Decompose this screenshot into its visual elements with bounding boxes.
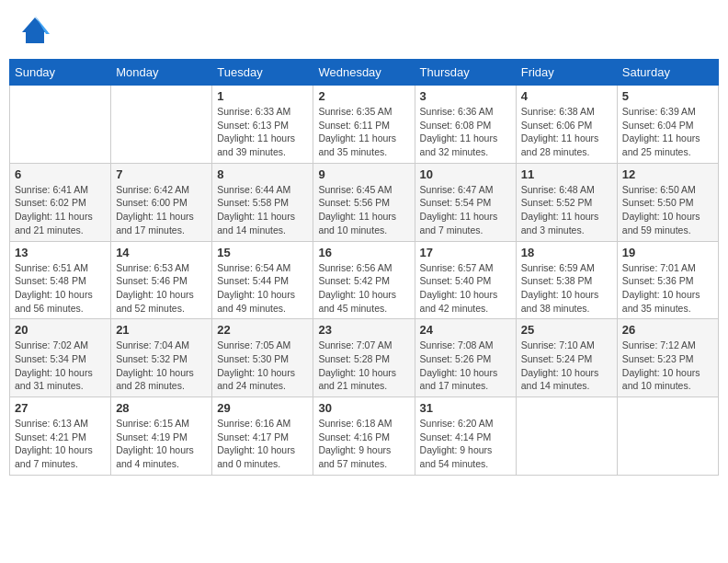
calendar-week-row: 13Sunrise: 6:51 AMSunset: 5:48 PMDayligh… (10, 241, 719, 319)
calendar-week-row: 20Sunrise: 7:02 AMSunset: 5:34 PMDayligh… (10, 319, 719, 397)
day-info: Sunrise: 6:15 AMSunset: 4:19 PMDaylight:… (116, 417, 207, 471)
calendar-cell: 21Sunrise: 7:04 AMSunset: 5:32 PMDayligh… (111, 319, 212, 397)
day-number: 17 (420, 246, 511, 259)
calendar-cell: 2Sunrise: 6:35 AMSunset: 6:11 PMDaylight… (313, 86, 415, 164)
day-number: 2 (318, 89, 409, 103)
day-number: 23 (318, 323, 409, 337)
day-info: Sunrise: 6:51 AMSunset: 5:48 PMDaylight:… (15, 261, 106, 316)
calendar-cell: 3Sunrise: 6:36 AMSunset: 6:08 PMDaylight… (415, 86, 516, 164)
calendar-cell: 18Sunrise: 6:59 AMSunset: 5:38 PMDayligh… (516, 241, 617, 319)
day-info: Sunrise: 6:54 AMSunset: 5:44 PMDaylight:… (217, 261, 308, 316)
day-info: Sunrise: 6:36 AMSunset: 6:08 PMDaylight:… (420, 105, 511, 159)
calendar-cell (10, 86, 111, 164)
day-number: 13 (15, 246, 106, 259)
day-number: 6 (15, 167, 106, 181)
day-number: 15 (217, 246, 308, 259)
day-info: Sunrise: 6:53 AMSunset: 5:46 PMDaylight:… (116, 261, 207, 316)
day-info: Sunrise: 6:42 AMSunset: 6:00 PMDaylight:… (116, 183, 207, 237)
day-of-week-header: Wednesday (313, 60, 415, 86)
logo (18, 14, 53, 47)
day-info: Sunrise: 7:08 AMSunset: 5:26 PMDaylight:… (420, 339, 511, 393)
day-info: Sunrise: 6:50 AMSunset: 5:50 PMDaylight:… (622, 183, 713, 237)
calendar-cell: 28Sunrise: 6:15 AMSunset: 4:19 PMDayligh… (111, 397, 212, 476)
calendar-cell: 5Sunrise: 6:39 AMSunset: 6:04 PMDaylight… (617, 86, 718, 164)
calendar-cell: 1Sunrise: 6:33 AMSunset: 6:13 PMDaylight… (212, 86, 313, 164)
day-of-week-header: Sunday (10, 60, 111, 86)
day-number: 25 (521, 323, 612, 337)
day-info: Sunrise: 6:38 AMSunset: 6:06 PMDaylight:… (521, 105, 612, 159)
calendar-cell: 27Sunrise: 6:13 AMSunset: 4:21 PMDayligh… (10, 397, 111, 476)
day-of-week-header: Saturday (617, 60, 718, 86)
calendar-cell: 13Sunrise: 6:51 AMSunset: 5:48 PMDayligh… (10, 241, 111, 319)
calendar-header-row: SundayMondayTuesdayWednesdayThursdayFrid… (10, 60, 719, 86)
day-info: Sunrise: 6:16 AMSunset: 4:17 PMDaylight:… (217, 417, 308, 471)
day-number: 4 (521, 89, 612, 103)
day-number: 5 (622, 89, 713, 103)
day-of-week-header: Monday (111, 60, 212, 86)
calendar-cell (617, 397, 718, 476)
logo-icon (18, 14, 51, 47)
day-number: 28 (116, 401, 207, 415)
day-number: 7 (116, 167, 207, 181)
day-info: Sunrise: 6:20 AMSunset: 4:14 PMDaylight:… (420, 417, 511, 471)
day-number: 19 (622, 246, 713, 259)
day-info: Sunrise: 6:33 AMSunset: 6:13 PMDaylight:… (217, 105, 308, 159)
day-info: Sunrise: 6:48 AMSunset: 5:52 PMDaylight:… (521, 183, 612, 237)
day-info: Sunrise: 6:13 AMSunset: 4:21 PMDaylight:… (15, 417, 106, 471)
page-header (9, 9, 719, 52)
day-number: 18 (521, 246, 612, 259)
calendar-cell: 9Sunrise: 6:45 AMSunset: 5:56 PMDaylight… (313, 163, 415, 241)
day-info: Sunrise: 6:35 AMSunset: 6:11 PMDaylight:… (318, 105, 409, 159)
day-number: 9 (318, 167, 409, 181)
calendar-cell: 10Sunrise: 6:47 AMSunset: 5:54 PMDayligh… (415, 163, 516, 241)
calendar-cell: 14Sunrise: 6:53 AMSunset: 5:46 PMDayligh… (111, 241, 212, 319)
day-info: Sunrise: 6:56 AMSunset: 5:42 PMDaylight:… (318, 261, 409, 316)
day-number: 27 (15, 401, 106, 415)
calendar-cell: 31Sunrise: 6:20 AMSunset: 4:14 PMDayligh… (415, 397, 516, 476)
day-of-week-header: Thursday (415, 60, 516, 86)
day-number: 22 (217, 323, 308, 337)
day-number: 16 (318, 246, 409, 259)
day-info: Sunrise: 7:02 AMSunset: 5:34 PMDaylight:… (15, 339, 106, 393)
day-info: Sunrise: 6:45 AMSunset: 5:56 PMDaylight:… (318, 183, 409, 237)
calendar-cell: 16Sunrise: 6:56 AMSunset: 5:42 PMDayligh… (313, 241, 415, 319)
day-info: Sunrise: 7:10 AMSunset: 5:24 PMDaylight:… (521, 339, 612, 393)
day-info: Sunrise: 6:18 AMSunset: 4:16 PMDaylight:… (318, 417, 409, 471)
calendar-week-row: 6Sunrise: 6:41 AMSunset: 6:02 PMDaylight… (10, 163, 719, 241)
day-info: Sunrise: 7:07 AMSunset: 5:28 PMDaylight:… (318, 339, 409, 393)
day-number: 21 (116, 323, 207, 337)
day-info: Sunrise: 6:47 AMSunset: 5:54 PMDaylight:… (420, 183, 511, 237)
day-number: 1 (217, 89, 308, 103)
calendar-cell: 6Sunrise: 6:41 AMSunset: 6:02 PMDaylight… (10, 163, 111, 241)
calendar-cell: 12Sunrise: 6:50 AMSunset: 5:50 PMDayligh… (617, 163, 718, 241)
calendar-cell: 30Sunrise: 6:18 AMSunset: 4:16 PMDayligh… (313, 397, 415, 476)
day-info: Sunrise: 6:39 AMSunset: 6:04 PMDaylight:… (622, 105, 713, 159)
calendar-cell: 25Sunrise: 7:10 AMSunset: 5:24 PMDayligh… (516, 319, 617, 397)
calendar-cell: 7Sunrise: 6:42 AMSunset: 6:00 PMDaylight… (111, 163, 212, 241)
day-number: 3 (420, 89, 511, 103)
calendar-table: SundayMondayTuesdayWednesdayThursdayFrid… (9, 59, 719, 476)
day-number: 8 (217, 167, 308, 181)
day-info: Sunrise: 7:05 AMSunset: 5:30 PMDaylight:… (217, 339, 308, 393)
day-of-week-header: Friday (516, 60, 617, 86)
calendar-cell: 4Sunrise: 6:38 AMSunset: 6:06 PMDaylight… (516, 86, 617, 164)
day-number: 24 (420, 323, 511, 337)
calendar-cell: 20Sunrise: 7:02 AMSunset: 5:34 PMDayligh… (10, 319, 111, 397)
day-number: 11 (521, 167, 612, 181)
day-number: 30 (318, 401, 409, 415)
day-info: Sunrise: 7:04 AMSunset: 5:32 PMDaylight:… (116, 339, 207, 393)
day-info: Sunrise: 6:57 AMSunset: 5:40 PMDaylight:… (420, 261, 511, 316)
day-number: 14 (116, 246, 207, 259)
calendar-cell (111, 86, 212, 164)
day-number: 29 (217, 401, 308, 415)
calendar-cell (516, 397, 617, 476)
calendar-cell: 17Sunrise: 6:57 AMSunset: 5:40 PMDayligh… (415, 241, 516, 319)
day-number: 26 (622, 323, 713, 337)
calendar-cell: 11Sunrise: 6:48 AMSunset: 5:52 PMDayligh… (516, 163, 617, 241)
day-number: 20 (15, 323, 106, 337)
day-info: Sunrise: 7:01 AMSunset: 5:36 PMDaylight:… (622, 261, 713, 316)
day-info: Sunrise: 6:59 AMSunset: 5:38 PMDaylight:… (521, 261, 612, 316)
day-of-week-header: Tuesday (212, 60, 313, 86)
calendar-cell: 8Sunrise: 6:44 AMSunset: 5:58 PMDaylight… (212, 163, 313, 241)
calendar-week-row: 27Sunrise: 6:13 AMSunset: 4:21 PMDayligh… (10, 397, 719, 476)
